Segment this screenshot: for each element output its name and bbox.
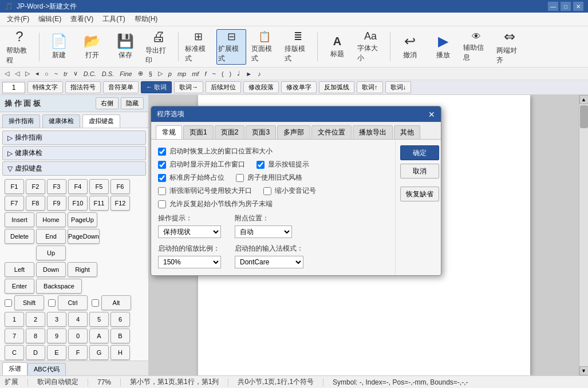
dialog-title: 程序选项 xyxy=(157,109,184,119)
checkbox-weak-grace-input[interactable] xyxy=(158,187,166,195)
checkbox-small-vol: 缩小变音记号 xyxy=(263,186,316,196)
checkbox-old-style-label: 房子使用旧式风格 xyxy=(247,173,302,183)
aux-point-select[interactable]: 自动 手动 xyxy=(235,225,292,238)
dialog-tabs: 常规 页面1 页面2 页面3 多声部 文件位置 播放导出 其他 xyxy=(151,122,441,140)
checkbox-weak-grace-label: 渐强渐弱记号使用较大开口 xyxy=(169,186,252,196)
aux-point-label: 附点位置： xyxy=(235,213,292,223)
dialog-tab-general[interactable]: 常规 xyxy=(156,125,182,139)
checkbox-restore-window-input[interactable] xyxy=(158,148,166,156)
checkbox-row-3: 标准房子始终占位 房子使用旧式风格 xyxy=(158,173,388,186)
dialog-tab-fileloc[interactable]: 文件位置 xyxy=(311,125,352,139)
dialog-cancel-button[interactable]: 取消 xyxy=(400,164,439,179)
checkbox-show-tooltip-input[interactable] xyxy=(256,161,265,169)
checkbox-allow-repeat: 允许反复起始小节线作为房子末端 xyxy=(158,199,388,209)
checkbox-show-tooltip-label: 显示按钮提示 xyxy=(268,160,309,169)
checkbox-allow-repeat-input[interactable] xyxy=(158,200,166,208)
dialog-tab-voices[interactable]: 多声部 xyxy=(277,125,310,139)
checkbox-allow-repeat-label: 允许反复起始小节线作为房子末端 xyxy=(169,199,273,209)
checkbox-row-2: 启动时显示开始工作窗口 显示按钮提示 xyxy=(158,160,388,173)
dialog-panel-inner: 启动时恢复上次的窗口位置和大小 启动时显示开始工作窗口 显示按钮提示 xyxy=(151,140,441,275)
start-zoom-label: 启动拍的缩放比例： xyxy=(158,244,221,254)
start-input-select[interactable]: DontCare 中文 英文 xyxy=(235,256,303,268)
dialog-overlay: 程序选项 ✕ 常规 页面1 页面2 页面3 多声部 文件位置 播放导出 其他 启… xyxy=(0,0,588,388)
options-dialog: 程序选项 ✕ 常规 页面1 页面2 页面3 多声部 文件位置 播放导出 其他 启… xyxy=(151,106,441,276)
checkbox-small-vol-input[interactable] xyxy=(263,187,271,195)
checkbox-old-style-input[interactable] xyxy=(236,174,244,182)
checkbox-std-pos-label: 标准房子始终占位 xyxy=(169,173,224,183)
operation-prompt-group: 操作提示： 保持现状 显示 不显示 xyxy=(158,213,221,238)
dropdowns-row-1: 操作提示： 保持现状 显示 不显示 附点位置： 自动 手动 xyxy=(158,213,388,238)
dialog-confirm-button[interactable]: 确定 xyxy=(400,145,439,160)
operation-prompt-label: 操作提示： xyxy=(158,213,221,223)
checkbox-restore-window: 启动时恢复上次的窗口位置和大小 xyxy=(158,147,388,156)
dialog-restore-button[interactable]: 恢复缺省 xyxy=(400,187,439,201)
dropdowns-row-2: 启动拍的缩放比例： 100% 125% 150% 175% 200% 启动拍的输… xyxy=(158,244,388,268)
checkbox-small-vol-label: 缩小变音记号 xyxy=(275,186,316,196)
checkbox-old-style: 房子使用旧式风格 xyxy=(236,173,302,183)
checkbox-show-tooltip: 显示按钮提示 xyxy=(256,160,309,169)
start-zoom-select[interactable]: 100% 125% 150% 175% 200% xyxy=(158,256,221,268)
aux-point-group: 附点位置： 自动 手动 xyxy=(235,213,292,238)
checkbox-show-start: 启动时显示开始工作窗口 xyxy=(158,160,245,169)
dialog-content: 启动时恢复上次的窗口位置和大小 启动时显示开始工作窗口 显示按钮提示 xyxy=(151,140,395,275)
checkbox-row-4: 渐强渐弱记号使用较大开口 缩小变音记号 xyxy=(158,186,388,199)
dialog-tab-other[interactable]: 其他 xyxy=(394,125,420,139)
checkbox-group-1: 启动时恢复上次的窗口位置和大小 启动时显示开始工作窗口 显示按钮提示 xyxy=(158,147,388,209)
checkbox-show-start-input[interactable] xyxy=(158,161,166,169)
dialog-title-bar: 程序选项 ✕ xyxy=(151,106,441,122)
dialog-close-button[interactable]: ✕ xyxy=(428,110,435,118)
operation-prompt-select[interactable]: 保持现状 显示 不显示 xyxy=(158,225,221,238)
dialog-tab-page3[interactable]: 页面3 xyxy=(246,125,276,139)
start-input-label: 启动拍的输入法模式： xyxy=(235,244,303,254)
dialog-tab-page1[interactable]: 页面1 xyxy=(183,125,214,139)
start-input-group: 启动拍的输入法模式： DontCare 中文 英文 xyxy=(235,244,303,268)
dialog-tab-page2[interactable]: 页面2 xyxy=(215,125,245,139)
dialog-tab-playback[interactable]: 播放导出 xyxy=(353,125,393,139)
checkbox-std-pos-input[interactable] xyxy=(158,174,166,182)
checkbox-show-start-label: 启动时显示开始工作窗口 xyxy=(169,160,245,169)
checkbox-weak-grace: 渐强渐弱记号使用较大开口 xyxy=(158,186,252,196)
dialog-side-buttons: 确定 取消 恢复缺省 xyxy=(395,140,441,275)
start-zoom-group: 启动拍的缩放比例： 100% 125% 150% 175% 200% xyxy=(158,244,221,268)
checkbox-restore-window-label: 启动时恢复上次的窗口位置和大小 xyxy=(169,147,273,156)
checkbox-std-pos: 标准房子始终占位 xyxy=(158,173,224,183)
